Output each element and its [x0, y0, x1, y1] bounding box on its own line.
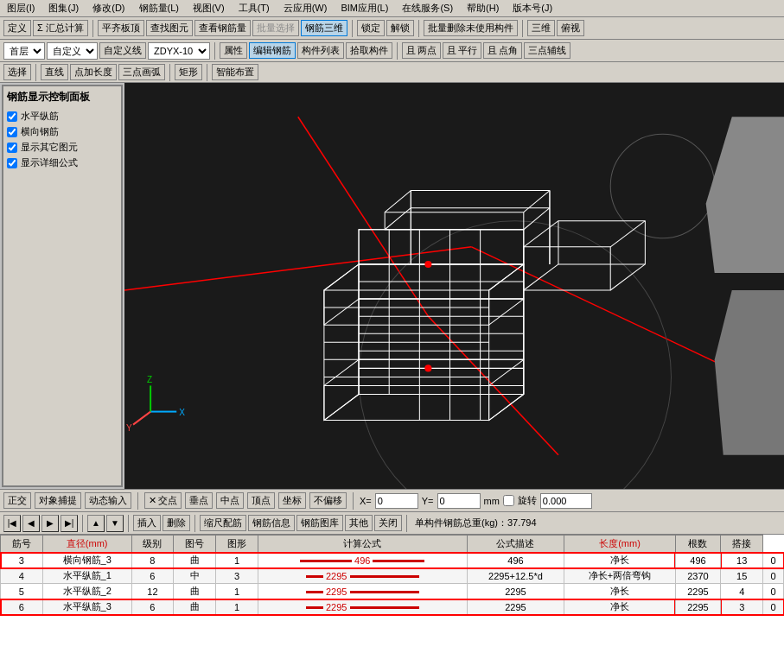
btn-find[interactable]: 查找图元 [146, 20, 193, 36]
x-input[interactable] [375, 493, 418, 509]
btn-intersection[interactable]: ✕ 交点 [144, 492, 182, 509]
th-length: 长度(mm) [564, 536, 675, 553]
btn-no-offset[interactable]: 不偏移 [309, 492, 347, 509]
menu-cloud[interactable]: 云应用(W) [280, 1, 331, 16]
btn-nav-prev[interactable]: ◀ [22, 515, 40, 532]
custom-select[interactable]: 自定义 [47, 42, 98, 60]
3d-wireframe: X Z Y [124, 83, 784, 489]
btn-edit-rebar[interactable]: 编辑钢筋 [249, 42, 296, 59]
btn-close[interactable]: 关闭 [374, 515, 402, 531]
menu-help[interactable]: 帮助(H) [463, 1, 502, 16]
btn-other[interactable]: 其他 [345, 515, 373, 531]
rebar-table: 筋号 直径(mm) 级别 图号 图形 计算公式 公式描述 长度(mm) 根数 搭… [0, 535, 784, 615]
viewport[interactable]: X Z Y [124, 83, 784, 489]
btn-parallel[interactable]: 且 平行 [443, 42, 481, 59]
btn-property[interactable]: 属性 [220, 42, 247, 59]
th-fig-num: 图号 [174, 536, 216, 553]
btn-flatten[interactable]: 平齐板顶 [98, 20, 144, 36]
btn-midpoint[interactable]: 中点 [216, 492, 244, 509]
btn-3d-view[interactable]: 三维 [527, 20, 555, 36]
menu-online[interactable]: 在线服务(S) [398, 1, 456, 16]
btn-smart-place[interactable]: 智能布置 [212, 64, 258, 80]
menu-rebar-qty[interactable]: 钢筋量(L) [136, 1, 182, 16]
checkbox-other-elements[interactable]: 显示其它图元 [7, 141, 118, 154]
table-row[interactable]: 6 水平纵筋_3 6 曲 1 2295 2295 净长 2295 3 0 [1, 599, 784, 615]
btn-ortho[interactable]: 正交 [3, 492, 31, 509]
btn-top-view[interactable]: 俯视 [557, 20, 584, 36]
menu-tools[interactable]: 工具(T) [235, 1, 273, 16]
btn-define[interactable]: 定义 [3, 20, 31, 36]
sep9 [207, 64, 207, 81]
btn-dynamic-input[interactable]: 动态输入 [85, 492, 131, 509]
svg-rect-0 [124, 117, 784, 455]
th-overlap: 搭接 [721, 536, 763, 553]
y-input[interactable] [437, 493, 481, 509]
cell-grade: 曲 [174, 599, 216, 615]
cell-length: 2370 [675, 568, 721, 584]
btn-vertical-point[interactable]: 垂点 [185, 492, 213, 509]
menu-view[interactable]: 视图(V) [189, 1, 228, 16]
cell-count: 4 [721, 584, 763, 599]
cell-diameter: 6 [131, 599, 174, 615]
btn-two-point[interactable]: 且 两点 [402, 42, 441, 59]
btn-nav-up[interactable]: ▲ [87, 515, 105, 532]
btn-scale-rebar[interactable]: 缩尺配筋 [200, 515, 246, 531]
btn-three-point-aux[interactable]: 三点辅线 [524, 42, 570, 59]
table-row[interactable]: 3 横向钢筋_3 8 曲 1 496 496 净长 496 13 0 [1, 553, 784, 568]
check-other-elements[interactable] [7, 143, 17, 153]
btn-object-snap[interactable]: 对象捕提 [35, 492, 81, 509]
btn-pick-component[interactable]: 拾取构件 [346, 42, 392, 59]
sep1 [92, 20, 93, 37]
x-label: X= [360, 496, 372, 506]
btn-rect[interactable]: 矩形 [175, 64, 202, 80]
check-detailed-formula[interactable] [7, 158, 17, 168]
sep-bt1 [82, 515, 83, 532]
btn-nav-down[interactable]: ▼ [106, 515, 124, 532]
btn-coord[interactable]: 坐标 [278, 492, 306, 509]
btn-unlock[interactable]: 解锁 [386, 20, 414, 36]
btn-select[interactable]: 选择 [3, 64, 31, 80]
btn-angle-point[interactable]: 且 点角 [483, 42, 522, 59]
btn-nav-next[interactable]: ▶ [41, 515, 59, 532]
btn-custom-line[interactable]: 自定义线 [99, 42, 146, 59]
btn-point-length[interactable]: 点加长度 [70, 64, 117, 80]
rotate-input[interactable] [540, 493, 592, 509]
btn-nav-first[interactable]: |◀ [3, 515, 21, 532]
layer-select[interactable]: 首层 [3, 42, 45, 60]
btn-line[interactable]: 直线 [41, 64, 68, 80]
btn-vertex[interactable]: 顶点 [247, 492, 275, 509]
btn-sum[interactable]: Σ 汇总计算 [33, 20, 88, 36]
btn-batch-select[interactable]: 批量选择 [252, 20, 299, 36]
cell-id: 4 [1, 568, 43, 584]
btn-lock[interactable]: 锁定 [357, 20, 385, 36]
btn-rebar-library[interactable]: 钢筋图库 [296, 515, 343, 531]
btn-rebar-info[interactable]: 钢筋信息 [248, 515, 295, 531]
btn-nav-last[interactable]: ▶| [61, 515, 78, 532]
th-diameter: 直径(mm) [42, 536, 131, 553]
btn-component-list[interactable]: 构件列表 [297, 42, 344, 59]
menu-bim[interactable]: BIM应用(L) [337, 1, 392, 16]
table-row[interactable]: 4 水平纵筋_1 6 中 3 2295 2295+12.5*d 净长+两倍弯钩 … [1, 568, 784, 584]
btn-insert[interactable]: 插入 [133, 515, 161, 531]
menu-version[interactable]: 版本号(J) [509, 1, 556, 16]
btn-delete[interactable]: 删除 [163, 515, 190, 531]
btn-batch-delete[interactable]: 批量删除未使用构件 [424, 20, 518, 36]
btn-three-arc[interactable]: 三点画弧 [118, 64, 165, 80]
rotate-checkbox[interactable] [503, 495, 514, 506]
check-horizontal-rebar[interactable] [7, 111, 17, 122]
label-detailed-formula: 显示详细公式 [21, 156, 78, 169]
checkbox-horizontal-rebar[interactable]: 水平纵筋 [7, 110, 118, 123]
zdyx-select[interactable]: ZDYX-10 [148, 42, 210, 60]
checkbox-transverse-rebar[interactable]: 横向钢筋 [7, 125, 118, 138]
check-transverse-rebar[interactable] [7, 127, 17, 137]
sep6 [397, 42, 398, 60]
btn-3d-rebar[interactable]: 钢筋三维 [301, 20, 347, 36]
table-area[interactable]: 筋号 直径(mm) 级别 图号 图形 计算公式 公式描述 长度(mm) 根数 搭… [0, 534, 784, 672]
menu-atlas[interactable]: 图集(J) [45, 1, 82, 16]
menu-layer[interactable]: 图层(I) [3, 1, 38, 16]
menu-modify[interactable]: 修改(D) [89, 1, 128, 16]
btn-view-rebar[interactable]: 查看钢筋量 [194, 20, 251, 36]
checkbox-detailed-formula[interactable]: 显示详细公式 [7, 156, 118, 169]
cell-grade: 中 [174, 568, 216, 584]
table-row[interactable]: 5 水平纵筋_2 12 曲 1 2295 2295 净长 2295 4 0 [1, 584, 784, 599]
